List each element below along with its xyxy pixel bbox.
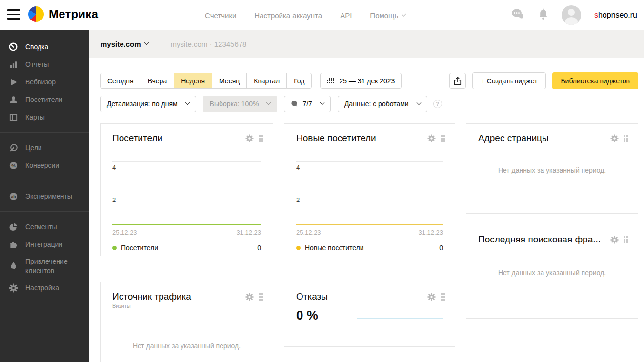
sidebar-item-label: Привлечение клиентов (25, 257, 84, 276)
empty-message: Нет данных за указанный период. (466, 269, 638, 277)
series-line (296, 224, 443, 225)
widget-traffic-source: Источник трафика Визиты Нет данных за ук… (100, 282, 273, 362)
period-tab-yesterday[interactable]: Вчера (141, 73, 175, 89)
gear-icon[interactable] (427, 293, 436, 301)
visitors-icon (8, 95, 18, 104)
sidebar-item-integrations[interactable]: Интеграции (0, 236, 89, 253)
sidebar-item-label: Интеграции (25, 240, 62, 249)
toolbar-row-periods: Сегодня Вчера Неделя Месяц Квартал Год 2… (100, 72, 638, 89)
sidebar-item-label: Сводка (25, 42, 48, 52)
nav-help[interactable]: Помощь (370, 11, 405, 20)
export-button[interactable] (449, 73, 466, 89)
drag-handle-icon[interactable] (259, 293, 263, 301)
bell-icon[interactable] (538, 8, 548, 22)
detail-dropdown[interactable]: Детализация: по дням (100, 96, 196, 112)
gridline (296, 161, 443, 162)
conversions-icon: % (8, 161, 18, 170)
widget-title: Отказы (296, 291, 423, 302)
data-mode-dropdown[interactable]: Данные: с роботами (338, 96, 427, 112)
widget-bounces: Отказы 0 % (284, 282, 455, 347)
goals-icon (8, 143, 18, 153)
legend-dot-icon (296, 246, 301, 250)
sparkline (357, 318, 443, 319)
period-tab-month[interactable]: Месяц (212, 73, 247, 89)
widget-title: Источник трафика (112, 291, 241, 302)
widget-title: Адрес страницы (478, 133, 605, 143)
drag-handle-icon[interactable] (441, 293, 445, 301)
legend-value: 0 (257, 244, 261, 252)
chat-icon[interactable] (511, 8, 525, 22)
empty-message: Нет данных за указанный период. (466, 166, 638, 174)
sidebar-item-webvisor[interactable]: Вебвизор (0, 73, 89, 91)
sidebar-item-summary[interactable]: Сводка (0, 38, 89, 56)
sidebar-item-label: Настройка (25, 283, 59, 293)
widget-library-button[interactable]: Библиотека виджетов (552, 72, 638, 89)
sidebar-divider (0, 211, 89, 212)
nav-api[interactable]: API (340, 11, 352, 20)
sidebar-item-visitors[interactable]: Посетители (0, 91, 89, 108)
legend-label: Посетители (121, 244, 158, 252)
series-line (112, 224, 261, 225)
widget-subtitle: Визиты (101, 302, 273, 309)
metrika-logo[interactable]: Метрика (28, 6, 98, 22)
drag-handle-icon[interactable] (624, 135, 628, 142)
help-icon[interactable]: ? (433, 100, 442, 108)
widget-title: Новые посетители (296, 133, 423, 143)
period-tab-year[interactable]: Год (286, 73, 312, 89)
site-bar: mysite.com mysite.com · 12345678 (89, 30, 644, 58)
hamburger-menu-icon[interactable] (7, 9, 20, 21)
metrika-logo-icon (28, 6, 44, 22)
sidebar-item-reports[interactable]: Отчеты (0, 56, 89, 73)
nav-counters[interactable]: Счетчики (205, 11, 236, 20)
sidebar-item-experiments[interactable]: ab Эксперименты (0, 187, 89, 205)
chevron-down-icon (402, 12, 406, 17)
svg-text:ab: ab (11, 194, 16, 199)
sidebar-item-acquisition[interactable]: Привлечение клиентов (0, 253, 89, 280)
comments-dropdown[interactable]: 7/7 (284, 96, 330, 112)
sidebar-item-goals[interactable]: Цели (0, 139, 89, 157)
drag-handle-icon[interactable] (624, 236, 628, 244)
y-tick: 4 (112, 164, 116, 171)
sidebar-item-label: Эксперименты (25, 192, 72, 201)
account-name[interactable]: shopnseo.ru (594, 11, 637, 20)
drag-handle-icon[interactable] (441, 135, 445, 142)
gear-icon[interactable] (245, 134, 254, 142)
sidebar-item-segments[interactable]: Сегменты (0, 218, 89, 236)
gear-icon[interactable] (245, 293, 254, 301)
svg-text:%: % (11, 162, 16, 168)
gear-icon[interactable] (610, 236, 619, 244)
legend-label: Новые посетители (305, 244, 364, 252)
site-info: mysite.com · 12345678 (171, 40, 247, 48)
widget-new-visitors: Новые посетители 4 2 25.12.2331.12.23 (284, 123, 455, 256)
sidebar-item-label: Сегменты (25, 222, 57, 232)
period-tab-week[interactable]: Неделя (174, 73, 212, 89)
sidebar-item-label: Цели (25, 143, 42, 153)
chart-legend[interactable]: Новые посетители 0 (296, 244, 443, 252)
period-tab-quarter[interactable]: Квартал (246, 73, 287, 89)
avatar-body (565, 17, 578, 25)
sidebar-item-conversions[interactable]: % Конверсии (0, 157, 89, 174)
chevron-down-icon (185, 101, 190, 105)
chart-legend[interactable]: Посетители 0 (112, 244, 261, 252)
x-axis-labels: 25.12.2331.12.23 (296, 229, 443, 236)
widget-title: Последняя поисковая фра... (478, 234, 605, 245)
dashboard-content: Сегодня Вчера Неделя Месяц Квартал Год 2… (89, 58, 644, 362)
gear-icon[interactable] (427, 134, 436, 142)
gridline (112, 194, 261, 194)
gear-icon[interactable] (610, 134, 619, 142)
comment-bubble-icon (291, 101, 298, 107)
create-widget-button[interactable]: + Создать виджет (472, 72, 546, 89)
avatar[interactable] (562, 5, 581, 25)
settings-gear-icon (8, 283, 18, 293)
maps-icon (8, 112, 18, 122)
sidebar-item-maps[interactable]: Карты (0, 108, 89, 126)
segments-icon (8, 222, 18, 232)
period-tab-today[interactable]: Сегодня (100, 73, 141, 89)
toolbar-row-filters: Детализация: по дням Выборка: 100% 7/7 Д… (100, 96, 638, 112)
sidebar-item-settings[interactable]: Настройка (0, 280, 89, 297)
sampling-dropdown[interactable]: Выборка: 100% (203, 96, 278, 112)
date-range-picker[interactable]: 25 — 31 дек 2023 (320, 73, 402, 89)
site-selector-dropdown[interactable]: mysite.com (101, 40, 148, 48)
nav-account-settings[interactable]: Настройка аккаунта (254, 11, 322, 20)
drag-handle-icon[interactable] (259, 135, 263, 142)
